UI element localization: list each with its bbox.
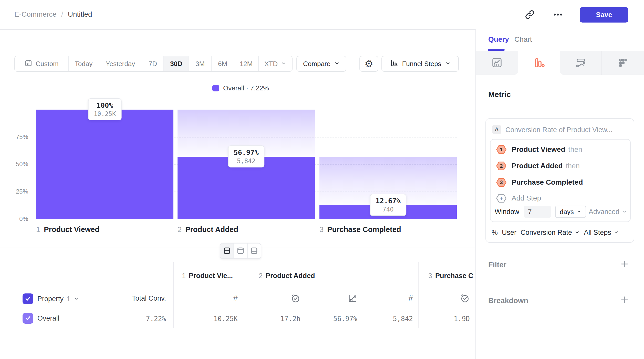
table-row-divider [0, 328, 475, 328]
row-step1-count: 10.25K [186, 315, 238, 323]
property-dropdown[interactable]: Property 1 [37, 293, 79, 304]
add-step-button[interactable]: + Add Step [496, 193, 541, 204]
window-label: Window [495, 208, 519, 216]
funnel-bars-icon [390, 59, 398, 69]
chart-legend[interactable]: Overall · 7.22% [212, 84, 269, 92]
hexagon-badge: 1 [496, 145, 506, 154]
date-range-today[interactable]: Today [69, 56, 99, 71]
view-type-button[interactable]: Funnel Steps [381, 56, 459, 72]
link-icon [524, 9, 535, 21]
funnel-step-3[interactable]: 3 Purchase Completed [496, 177, 586, 188]
date-range-30d[interactable]: 30D [164, 56, 189, 71]
tab-chart[interactable]: Chart [514, 35, 532, 44]
funnel-bar-step-2[interactable]: 56.97% 5,842 [178, 110, 315, 219]
chart-type-line[interactable] [476, 51, 518, 75]
window-value-input[interactable] [524, 206, 551, 218]
table-col-header-step-3: 3Purchase C [428, 272, 475, 280]
breadcrumb-current[interactable]: Untitled [68, 10, 92, 18]
row-label: Overall [37, 314, 59, 322]
date-range-custom[interactable]: Custom [15, 56, 69, 71]
chevron-down-icon [74, 296, 79, 302]
layout-toggle [220, 243, 261, 259]
date-range-6m[interactable]: 6M [212, 56, 234, 71]
y-tick-25: 25% [10, 188, 28, 195]
funnel-bar-step-3[interactable]: 12.67% 740 [319, 110, 457, 219]
date-range-yesterday[interactable]: Yesterday [99, 56, 142, 71]
stopwatch-check-icon [460, 293, 470, 304]
date-range-picker: Custom Today Yesterday 7D 30D 3M 6M 12M … [14, 56, 293, 72]
y-tick-50: 50% [10, 161, 28, 168]
gear-icon: ⚙ [365, 59, 373, 69]
chevron-down-icon [622, 209, 627, 215]
measure-metric-dropdown[interactable]: Conversion Rate [521, 229, 580, 237]
funnel-step-1[interactable]: 1 Product Viewed then [496, 144, 582, 155]
legend-label: Overall · 7.22% [223, 84, 269, 92]
flow-icon [575, 57, 587, 69]
stopwatch-check-icon [290, 293, 300, 304]
dots-grid-icon [617, 57, 629, 69]
more-menu-button[interactable] [552, 9, 564, 21]
row-step2-avg-time: 17.2h [249, 315, 300, 323]
funnel-step-2[interactable]: 2 Product Added then [496, 161, 580, 171]
metric-card: A Conversion Rate of Product View... 1 P… [485, 118, 634, 243]
chevron-down-icon [281, 60, 286, 68]
measure-scope-dropdown[interactable]: All Steps [584, 229, 619, 237]
row-total-conv: 7.22% [115, 315, 166, 323]
add-breakdown-button[interactable] [619, 295, 630, 305]
hash-icon: # [403, 293, 413, 303]
row-step2-conv: 56.97% [306, 315, 357, 323]
table-row[interactable]: Overall 7.22% 10.25K 17.2h 56.97% 5,842 … [0, 311, 475, 328]
y-tick-75: 75% [10, 133, 28, 141]
funnel-steps-card: 1 Product Viewed then 2 Product Added th… [490, 139, 631, 222]
bar-tooltip: 12.67% 740 [370, 194, 406, 216]
save-button[interactable]: Save [580, 7, 628, 23]
hexagon-badge: 2 [496, 162, 506, 170]
filter-heading: Filter [488, 261, 506, 269]
funnel-plot: 100% 10.25K 56.97% 5,842 12.67% 740 [36, 110, 457, 219]
property-checkbox[interactable] [23, 293, 33, 304]
breadcrumb-parent[interactable]: E-Commerce [14, 10, 57, 18]
topbar-divider [573, 8, 573, 22]
date-range-3m[interactable]: 3M [189, 56, 212, 71]
layout-split-button[interactable] [220, 244, 234, 258]
measure-entity[interactable]: User [502, 229, 516, 237]
plus-icon [620, 266, 629, 269]
hexagon-badge: 3 [496, 178, 506, 187]
metric-title[interactable]: Conversion Rate of Product View... [505, 126, 612, 134]
tab-query[interactable]: Query [488, 35, 509, 44]
hash-icon: # [227, 293, 238, 303]
chart-settings-button[interactable]: ⚙ [359, 56, 378, 72]
table-col-header-step-2: 2Product Added [259, 272, 315, 280]
share-link-button[interactable] [524, 9, 536, 21]
plus-icon [620, 301, 629, 305]
y-tick-0: 0% [10, 215, 28, 223]
window-unit-dropdown[interactable]: days [555, 206, 586, 218]
chart-type-funnel[interactable] [518, 51, 560, 75]
layout-chart-only-button[interactable] [234, 244, 247, 258]
advanced-dropdown[interactable]: Advanced [589, 208, 627, 216]
check-icon [25, 315, 31, 322]
chevron-down-icon [575, 230, 580, 236]
breakdown-heading: Breakdown [488, 297, 528, 305]
compare-button[interactable]: Compare [296, 56, 346, 72]
breadcrumb-separator: / [61, 10, 63, 18]
chevron-down-icon [614, 230, 619, 236]
row-checkbox[interactable] [23, 313, 33, 324]
calendar-icon [24, 59, 33, 69]
funnel-bar-fill [36, 110, 173, 219]
row-step2-count: 5,842 [362, 315, 413, 323]
add-filter-button[interactable] [619, 259, 630, 269]
date-range-xtd[interactable]: XTD [259, 56, 292, 71]
layout-split-icon [223, 247, 231, 256]
chart-type-cohort[interactable] [602, 51, 644, 75]
layout-chart-top-icon [236, 247, 245, 256]
date-range-7d[interactable]: 7D [142, 56, 164, 71]
total-conv-header: Total Conv. [115, 294, 166, 302]
line-chart-icon [491, 57, 503, 69]
date-range-12m[interactable]: 12M [234, 56, 259, 71]
chart-type-flow[interactable] [560, 51, 602, 75]
check-icon [25, 295, 31, 303]
funnel-bar-step-1[interactable]: 100% 10.25K [36, 110, 173, 219]
row-step3-avg-time: 1.9D [419, 315, 470, 323]
layout-table-only-button[interactable] [248, 244, 261, 258]
